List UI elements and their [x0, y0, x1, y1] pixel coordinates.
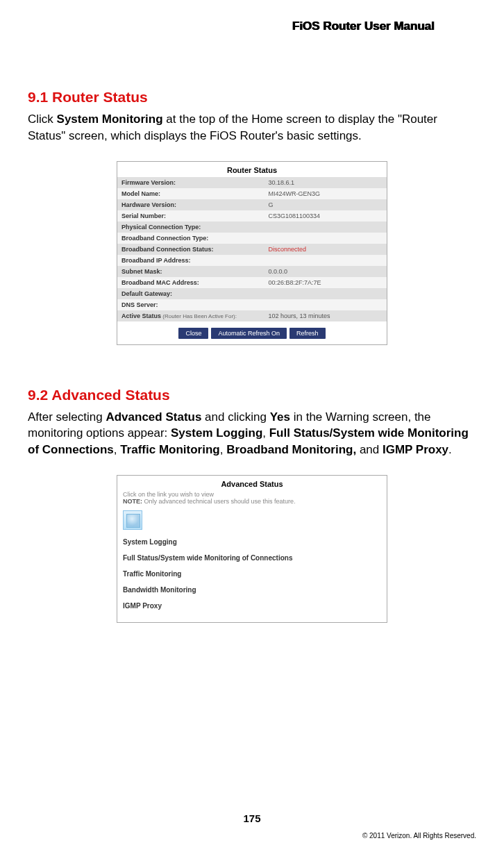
- section-9-1-heading: 9.1 Router Status: [28, 89, 476, 106]
- monitor-icon: [123, 510, 142, 530]
- router-status-buttons: CloseAutomatic Refresh OnRefresh: [117, 321, 387, 344]
- table-row: Physical Connection Type:: [117, 222, 387, 233]
- row-label: DNS Server:: [117, 299, 265, 310]
- note-text: Only advanced technical users should use…: [142, 498, 296, 505]
- dialog-button[interactable]: Close: [178, 328, 208, 339]
- row-value: [265, 233, 387, 244]
- table-row: Hardware Version:G: [117, 199, 387, 210]
- section-9-2-body: After selecting Advanced Status and clic…: [28, 409, 476, 458]
- row-label: Default Gateway:: [117, 288, 265, 299]
- dialog-button[interactable]: Automatic Refresh On: [211, 328, 287, 339]
- table-row: Broadband Connection Status:Disconnected: [117, 244, 387, 255]
- text: ,: [262, 426, 269, 440]
- row-value: G: [265, 199, 387, 210]
- section-9-1-body: Click System Monitoring at the top of th…: [28, 111, 476, 144]
- text: and: [356, 443, 383, 456]
- bold: IGMP Proxy: [383, 443, 448, 456]
- text: ,: [220, 443, 226, 456]
- row-value: 00:26:B8:2F:7A:7E: [265, 277, 387, 288]
- text: and clicking: [201, 410, 269, 424]
- advanced-status-note: NOTE: Only advanced technical users shou…: [117, 498, 387, 509]
- row-label: Model Name:: [117, 188, 265, 199]
- table-row: Firmware Version:30.18.6.1: [117, 177, 387, 188]
- row-label: Broadband Connection Type:: [117, 233, 265, 244]
- advanced-status-subtitle: Click on the link you wish to view: [117, 491, 387, 498]
- row-label: Firmware Version:: [117, 177, 265, 188]
- note-label: NOTE:: [123, 498, 142, 505]
- row-label: Physical Connection Type:: [117, 222, 265, 233]
- advanced-status-screenshot: Advanced Status Click on the link you wi…: [117, 475, 387, 623]
- row-label: Active Status (Router Has Been Active Fo…: [117, 310, 265, 321]
- row-value: [265, 255, 387, 266]
- row-value: 30.18.6.1: [265, 177, 387, 188]
- bold: Advanced Status: [106, 410, 201, 424]
- row-value: MI424WR-GEN3G: [265, 188, 387, 199]
- row-label: Serial Number:: [117, 210, 265, 222]
- table-row: Serial Number:CS3G1081100334: [117, 210, 387, 222]
- dialog-button[interactable]: Refresh: [289, 328, 326, 339]
- section-9-2-heading: 9.2 Advanced Status: [28, 387, 476, 403]
- text: After selecting: [28, 410, 106, 424]
- table-row: Subnet Mask:0.0.0.0: [117, 266, 387, 277]
- bold: System Logging: [171, 426, 262, 440]
- table-row: DNS Server:: [117, 299, 387, 310]
- advanced-status-link[interactable]: System Logging: [123, 534, 381, 550]
- advanced-status-link[interactable]: Traffic Monitoring: [123, 566, 381, 582]
- table-row: Broadband IP Address:: [117, 255, 387, 266]
- row-label: Subnet Mask:: [117, 266, 265, 277]
- row-value: 102 hours, 13 minutes: [265, 310, 387, 321]
- row-value: [265, 299, 387, 310]
- table-row: Model Name:MI424WR-GEN3G: [117, 188, 387, 199]
- row-value: CS3G1081100334: [265, 210, 387, 222]
- text: Click: [28, 112, 57, 126]
- row-label: Broadband MAC Address:: [117, 277, 265, 288]
- router-status-table: Firmware Version:30.18.6.1Model Name:MI4…: [117, 177, 387, 321]
- table-row: Default Gateway:: [117, 288, 387, 299]
- advanced-status-link[interactable]: IGMP Proxy: [123, 598, 381, 614]
- advanced-status-link[interactable]: Bandwidth Monitoring: [123, 582, 381, 598]
- row-label: Hardware Version:: [117, 199, 265, 210]
- row-value: [265, 288, 387, 299]
- row-value: 0.0.0.0: [265, 266, 387, 277]
- advanced-status-link[interactable]: Full Status/System wide Monitoring of Co…: [123, 550, 381, 566]
- row-label: Broadband Connection Status:: [117, 244, 265, 255]
- bold: Traffic Monitoring: [120, 443, 220, 456]
- table-row: Active Status (Router Has Been Active Fo…: [117, 310, 387, 321]
- router-status-title: Router Status: [117, 162, 387, 177]
- bold-system-monitoring: System Monitoring: [57, 112, 163, 126]
- bold: Broadband Monitoring,: [226, 443, 356, 456]
- page-number: 175: [0, 812, 504, 824]
- row-label: Broadband IP Address:: [117, 255, 265, 266]
- table-row: Broadband MAC Address:00:26:B8:2F:7A:7E: [117, 277, 387, 288]
- row-value: Disconnected: [265, 244, 387, 255]
- bold: Yes: [270, 410, 290, 424]
- advanced-status-title: Advanced Status: [117, 476, 387, 491]
- row-value: [265, 222, 387, 233]
- text: .: [448, 443, 452, 456]
- copyright: © 2011 Verizon. All Rights Reserved.: [362, 832, 476, 840]
- router-status-screenshot: Router Status Firmware Version:30.18.6.1…: [117, 161, 387, 345]
- text: ,: [114, 443, 120, 456]
- table-row: Broadband Connection Type:: [117, 233, 387, 244]
- advanced-status-links: System LoggingFull Status/System wide Mo…: [117, 534, 387, 622]
- doc-header: FiOS Router User Manual: [28, 19, 476, 33]
